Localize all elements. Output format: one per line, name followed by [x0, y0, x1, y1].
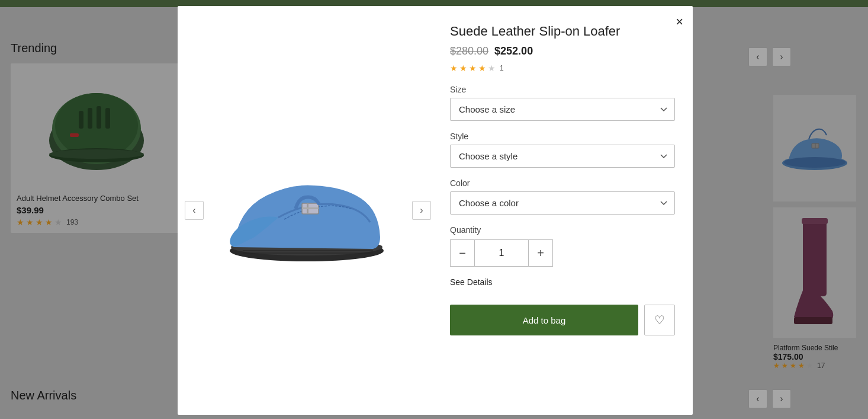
mstar-3: ★ [469, 63, 477, 73]
modal-image-section: ‹ › [178, 6, 438, 415]
svg-rect-21 [302, 207, 319, 209]
modal-product-title: Suede Leather Slip-on Loafer [450, 24, 675, 39]
modal-stars-row: ★ ★ ★ ★ ★ 1 [450, 63, 675, 73]
mstar-4: ★ [478, 63, 486, 73]
price-row: $280.00 $252.00 [450, 45, 675, 57]
original-price: $280.00 [450, 45, 488, 57]
wishlist-button[interactable]: ♡ [644, 305, 675, 335]
mstar-5: ★ [488, 63, 496, 73]
quantity-input[interactable] [475, 239, 528, 267]
mstar-1: ★ [450, 63, 458, 73]
mstar-2: ★ [459, 63, 467, 73]
modal-next-button[interactable]: › [412, 201, 431, 220]
modal-prev-button[interactable]: ‹ [185, 201, 204, 220]
quantity-label: Quantity [450, 225, 675, 235]
quantity-increase-button[interactable]: + [528, 239, 553, 267]
next-arrow-icon: › [420, 205, 423, 216]
style-field-group: Style Choose a style Casual Formal [450, 132, 675, 168]
quantity-decrease-button[interactable]: − [450, 239, 475, 267]
quantity-section: Quantity − + [450, 225, 675, 267]
size-field-group: Size Choose a size 6 7 8 9 10 11 12 [450, 85, 675, 121]
size-label: Size [450, 85, 675, 94]
modal-details-section: × Suede Leather Slip-on Loafer $280.00 $… [438, 6, 693, 415]
sale-price: $252.00 [494, 45, 533, 57]
quantity-row: − + [450, 239, 675, 267]
modal-review-count: 1 [500, 64, 504, 72]
see-details-link[interactable]: See Details [450, 277, 675, 287]
prev-arrow-icon: ‹ [192, 205, 195, 216]
style-label: Style [450, 132, 675, 141]
color-select[interactable]: Choose a color Blue Black Brown [450, 191, 675, 215]
color-field-group: Color Choose a color Blue Black Brown [450, 178, 675, 215]
style-select[interactable]: Choose a style Casual Formal [450, 145, 675, 168]
size-select[interactable]: Choose a size 6 7 8 9 10 11 12 [450, 98, 675, 121]
add-to-bag-button[interactable]: Add to bag [450, 305, 638, 335]
product-modal: ‹ › × [178, 6, 693, 415]
loafer-image [219, 151, 397, 270]
modal-close-button[interactable]: × [676, 15, 683, 28]
action-row: Add to bag ♡ [450, 305, 675, 335]
color-label: Color [450, 178, 675, 188]
